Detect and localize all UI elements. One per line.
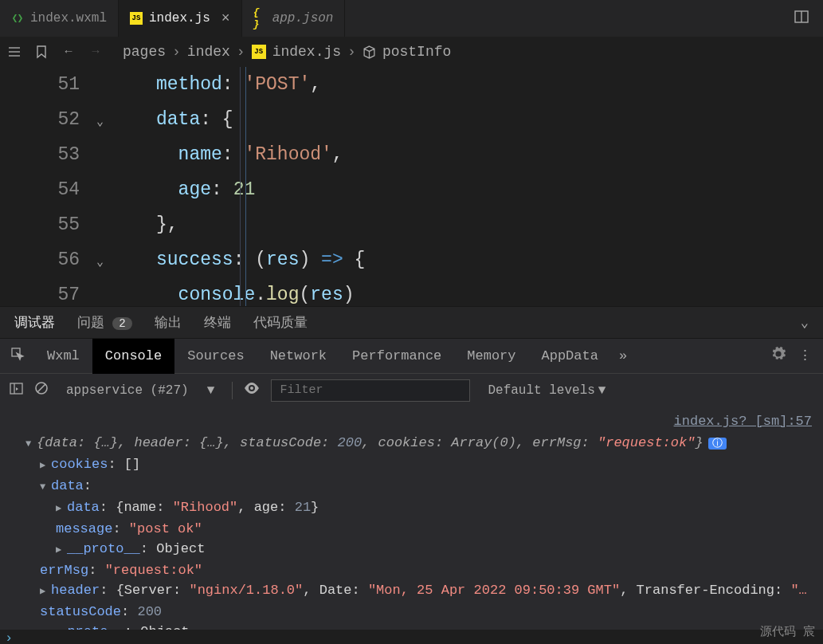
json-icon: { }: [253, 12, 266, 25]
toggle-console-icon[interactable]: [10, 383, 23, 399]
collapse-panel-icon[interactable]: ⌄: [801, 314, 809, 331]
devtab-wxml[interactable]: Wxml: [34, 339, 92, 374]
info-badge: ⓘ: [708, 438, 727, 450]
log-row[interactable]: ▶__proto__: Object: [0, 539, 823, 560]
log-row[interactable]: ▶header: {Server: "nginx/1.18.0", Date: …: [0, 580, 823, 602]
tab-code-quality[interactable]: 代码质量: [253, 313, 308, 332]
devtab-network[interactable]: Network: [257, 339, 339, 374]
more-tabs-icon[interactable]: »: [619, 348, 627, 363]
devtab-memory[interactable]: Memory: [454, 339, 528, 374]
breadcrumb-bar: ← → pages› index› JS index.js› postInfo: [0, 37, 823, 67]
tab-index-wxml[interactable]: index.wxml: [0, 0, 119, 37]
devtab-performance[interactable]: Performance: [339, 339, 454, 374]
tab-output[interactable]: 输出: [155, 313, 182, 332]
gear-icon[interactable]: [771, 347, 786, 365]
js-icon: JS: [130, 12, 143, 25]
inspect-icon[interactable]: [11, 348, 34, 365]
devtab-appdata[interactable]: AppData: [529, 339, 611, 374]
split-editor-icon[interactable]: [780, 10, 823, 28]
log-row[interactable]: ▶data: {name: "Rihood", age: 21}: [0, 497, 823, 519]
close-icon[interactable]: ×: [221, 10, 230, 26]
breadcrumb[interactable]: pages› index› JS index.js› postInfo: [123, 44, 451, 60]
code-editor[interactable]: 51 52 53 54 55 56 57 ⌄ ⌄ method: 'POST',…: [0, 67, 823, 306]
filter-input[interactable]: [271, 379, 470, 402]
tab-debugger[interactable]: 调试器: [14, 313, 55, 332]
log-levels-selector[interactable]: Default levels ▼: [481, 383, 612, 398]
code-area[interactable]: method: 'POST', data: { name: 'Rihood', …: [108, 67, 823, 306]
log-row[interactable]: ▼data:: [0, 476, 823, 497]
tab-label: index.wxml: [30, 11, 107, 26]
log-row[interactable]: statusCode: 200: [0, 602, 823, 622]
clear-console-icon[interactable]: [34, 381, 49, 399]
tab-problems[interactable]: 问题 2: [77, 313, 132, 332]
log-row[interactable]: errMsg: "request:ok": [0, 560, 823, 580]
bookmark-icon[interactable]: [32, 45, 51, 59]
cube-icon: [363, 45, 376, 59]
console-prompt[interactable]: ›: [0, 628, 823, 630]
outline-icon[interactable]: [5, 45, 24, 59]
tab-label: app.json: [272, 11, 334, 26]
wxml-icon: [11, 12, 24, 25]
forward-icon[interactable]: →: [86, 45, 105, 59]
js-icon: JS: [252, 45, 266, 59]
fold-icon[interactable]: ⌄: [96, 245, 104, 281]
fold-icon[interactable]: ⌄: [96, 105, 104, 140]
log-row[interactable]: message: "post ok": [0, 519, 823, 539]
tab-app-json[interactable]: { } app.json: [242, 0, 346, 37]
problems-badge: 2: [112, 317, 131, 330]
back-icon[interactable]: ←: [59, 45, 78, 59]
devtab-sources[interactable]: Sources: [174, 339, 257, 374]
tab-label: index.js: [149, 11, 210, 26]
context-selector[interactable]: appservice (#27) ▼: [60, 383, 221, 398]
log-summary[interactable]: ▼{data: {…}, header: {…}, statusCode: 20…: [0, 433, 823, 454]
line-gutter: 51 52 53 54 55 56 57 ⌄ ⌄: [0, 67, 108, 306]
console-output[interactable]: index.js? [sm]:57 ▼{data: {…}, header: {…: [0, 406, 823, 630]
kebab-icon[interactable]: ⋮: [798, 347, 812, 365]
editor-tab-bar: index.wxml JS index.js × { } app.json: [0, 0, 823, 37]
tab-terminal[interactable]: 终端: [204, 313, 231, 332]
log-row[interactable]: ▶cookies: []: [0, 454, 823, 476]
devtab-console[interactable]: Console: [92, 339, 174, 374]
source-link[interactable]: index.js? [sm]:57: [0, 411, 823, 431]
tab-index-js[interactable]: JS index.js ×: [119, 0, 242, 37]
svg-line-9: [37, 384, 45, 392]
console-filter-bar: appservice (#27) ▼ Default levels ▼: [0, 373, 823, 406]
devtools-tab-bar: Wxml Console Sources Network Performance…: [0, 338, 823, 373]
live-expression-icon[interactable]: [244, 383, 260, 398]
